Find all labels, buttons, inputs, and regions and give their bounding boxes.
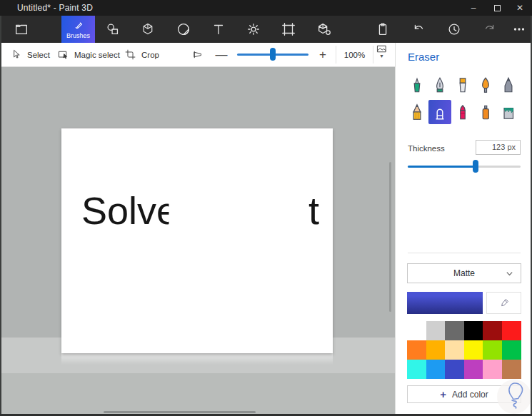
brush-spray-can[interactable] [474, 100, 497, 124]
history-icon [446, 21, 462, 37]
tab-canvas[interactable] [276, 16, 301, 42]
redo-icon [482, 21, 498, 37]
current-color-swatch[interactable] [407, 292, 483, 314]
canvas-icon [281, 21, 296, 37]
palette-color-4[interactable] [483, 321, 502, 340]
tab-3d-shapes[interactable] [135, 16, 161, 42]
stickers-icon [176, 21, 191, 37]
tab-effects[interactable] [241, 16, 266, 42]
material-dropdown[interactable]: Matte [407, 263, 521, 283]
tab-brushes[interactable]: Brushes [61, 16, 95, 43]
divider [408, 253, 521, 253]
solvetic-bulb-watermark [496, 378, 532, 416]
horizontal-scrollbar[interactable] [104, 411, 256, 413]
palette-color-13[interactable] [426, 360, 446, 379]
thickness-label: Thickness [408, 144, 445, 153]
menu-icon [14, 21, 29, 37]
zoom-slider-handle[interactable] [270, 48, 276, 61]
palette-color-5[interactable] [502, 321, 521, 340]
palette-color-3[interactable] [464, 321, 483, 340]
panel-title: Eraser [408, 51, 439, 63]
title-bar: Untitled* - Paint 3D – ✕ [0, 0, 532, 16]
crop-icon [124, 49, 136, 61]
brush-oil-brush[interactable] [451, 73, 474, 97]
magic-select-label: Magic select [74, 51, 120, 59]
palette-color-15[interactable] [464, 360, 483, 379]
brush-pixel-pen[interactable] [497, 73, 520, 97]
history-button[interactable] [441, 16, 467, 42]
chevron-down-icon: ▼ [379, 55, 384, 57]
canvas-reflection [61, 353, 333, 365]
maximize-button[interactable] [486, 0, 508, 16]
tab-text[interactable] [206, 16, 231, 42]
tab-3d-library[interactable] [311, 16, 337, 42]
brushes-icon [72, 19, 84, 31]
redo-button[interactable] [477, 16, 503, 42]
palette-color-12[interactable] [407, 360, 426, 379]
palette-color-17[interactable] [502, 360, 521, 379]
oil-brush-icon [453, 76, 472, 94]
palette-color-6[interactable] [407, 340, 426, 360]
main-toolbar: Brushes [0, 16, 532, 43]
more-options-button[interactable] [506, 16, 532, 42]
palette-color-1[interactable] [426, 321, 446, 340]
plus-icon: + [440, 389, 446, 400]
eyedropper-icon [498, 298, 510, 309]
palette-color-11[interactable] [502, 340, 521, 360]
tab-brushes-label: Brushes [66, 32, 90, 39]
menu-button[interactable] [9, 16, 34, 42]
undo-button[interactable] [406, 16, 431, 42]
brushes-panel: Eraser [395, 43, 532, 416]
pencil-icon [408, 103, 426, 121]
close-button[interactable]: ✕ [508, 0, 531, 16]
brush-calligraphy-pen[interactable] [428, 73, 451, 97]
canvas-text-solve: Solve [81, 191, 178, 230]
zoom-level-value[interactable]: 100% [336, 43, 373, 66]
thickness-input[interactable]: 123 px [476, 140, 521, 155]
select-button[interactable]: Select [10, 43, 50, 66]
workspace: Solve t [0, 67, 395, 416]
zoom-out-button[interactable]: — [214, 43, 229, 66]
view-image-button[interactable]: ▼ [376, 43, 388, 66]
text-icon [211, 21, 226, 37]
marker-icon [408, 76, 426, 94]
3d-library-icon [316, 21, 332, 37]
drawing-canvas[interactable]: Solve t [61, 128, 333, 353]
thickness-slider-fill [408, 166, 476, 168]
brush-fill[interactable] [497, 100, 520, 124]
tab-stickers[interactable] [171, 16, 196, 42]
more-icon [511, 21, 527, 37]
tab-2d-shapes[interactable] [100, 16, 126, 42]
palette-color-7[interactable] [426, 340, 446, 360]
minimize-button[interactable]: – [462, 0, 485, 16]
brush-eraser[interactable] [428, 100, 451, 124]
fill-bucket-icon [499, 103, 518, 121]
material-value: Matte [453, 268, 475, 278]
magic-select-button[interactable]: Magic select [57, 43, 120, 66]
palette-color-8[interactable] [445, 340, 464, 360]
brush-watercolor[interactable] [474, 73, 497, 97]
effects-icon [246, 21, 261, 37]
thickness-slider-handle[interactable] [473, 160, 478, 173]
palette-color-9[interactable] [464, 340, 483, 360]
canvas-text-t: t [308, 191, 319, 230]
paste-button[interactable] [370, 16, 396, 42]
eyedropper-button[interactable] [486, 292, 521, 314]
palette-color-14[interactable] [445, 360, 464, 379]
thickness-slider[interactable] [408, 166, 521, 168]
perspective-toggle-button[interactable] [191, 43, 204, 66]
palette-color-0[interactable] [407, 321, 426, 340]
brush-pencil[interactable] [406, 100, 428, 124]
vertical-scrollbar[interactable] [389, 162, 391, 312]
palette-color-10[interactable] [483, 340, 502, 360]
zoom-slider[interactable] [237, 54, 308, 56]
brush-crayon[interactable] [451, 100, 474, 124]
zoom-in-button[interactable]: + [316, 43, 330, 66]
crop-button[interactable]: Crop [124, 43, 159, 66]
paste-icon [375, 21, 391, 37]
palette-color-16[interactable] [483, 360, 502, 379]
palette-color-2[interactable] [445, 321, 464, 340]
brush-marker[interactable] [406, 73, 428, 97]
chevron-down-icon [506, 270, 513, 280]
canvas-text-erased-e: e [156, 191, 178, 230]
